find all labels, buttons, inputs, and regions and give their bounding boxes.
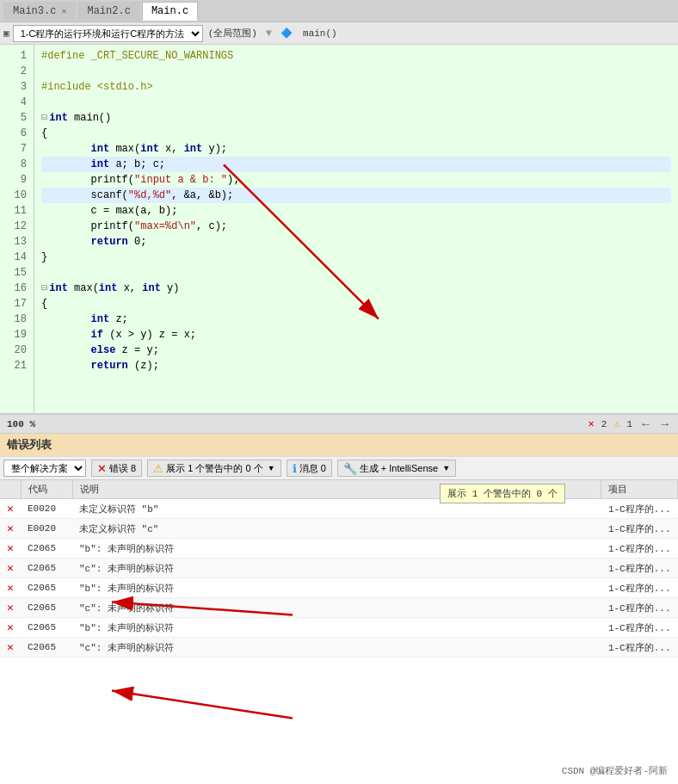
watermark: CSDN @编程爱好者-阿新: [562, 764, 668, 777]
error-icon: ✕: [97, 462, 107, 475]
svg-line-5: [112, 691, 293, 719]
warning-icon: ⚠: [153, 462, 163, 475]
error-table-body: ✕E0020未定义标识符 "b"1-C程序的...✕E0020未定义标识符 "c…: [0, 499, 678, 657]
code-line-14: }: [41, 250, 671, 265]
row-desc: "b": 未声明的标识符: [72, 618, 601, 638]
project-icon: ▣: [3, 28, 9, 39]
nav-left-btn[interactable]: ←: [639, 417, 651, 431]
tab-main[interactable]: Main.c: [142, 2, 198, 21]
project-select[interactable]: 1-C程序的运行环境和运行C程序的方法: [13, 25, 203, 42]
row-code: C2065: [21, 638, 72, 657]
code-line-6: {: [41, 126, 671, 141]
tab-main-label: Main.c: [151, 5, 188, 17]
row-code: C2065: [21, 598, 72, 618]
row-desc: "c": 未声明的标识符: [72, 598, 601, 618]
tab-main2[interactable]: Main2.c: [77, 2, 139, 21]
error-btn-label: 错误 8: [109, 462, 136, 475]
row-icon: ✕: [0, 559, 21, 578]
table-row[interactable]: ✕E0020未定义标识符 "b"1-C程序的...: [0, 499, 678, 519]
row-project: 1-C程序的...: [601, 598, 678, 618]
code-line-17: {: [41, 296, 671, 312]
build-dropdown-icon: ▼: [442, 464, 450, 472]
code-line-8: int a; b; c;: [41, 157, 671, 172]
row-code: C2065: [21, 618, 72, 638]
col-code: 代码: [21, 480, 72, 499]
tab-main3-label: Main3.c: [13, 5, 56, 17]
row-project: 1-C程序的...: [601, 618, 678, 638]
scope-label: (全局范围): [208, 27, 257, 40]
row-code: C2065: [21, 559, 72, 578]
code-line-16: ⊟int max(int x, int y): [41, 281, 671, 296]
row-icon: ✕: [0, 499, 21, 519]
row-icon: ✕: [0, 618, 21, 638]
row-icon: ✕: [0, 638, 21, 657]
code-line-13: return 0;: [41, 234, 671, 250]
warn-btn-wrapper: ⚠ 展示 1 个警告中的 0 个 ▼ 展示 1 个警告中的 0 个: [147, 460, 280, 477]
zoom-level: 100 %: [7, 419, 35, 429]
row-code: E0020: [21, 499, 72, 519]
row-project: 1-C程序的...: [601, 559, 678, 578]
table-row[interactable]: ✕C2065"b": 未声明的标识符1-C程序的...: [0, 539, 678, 559]
table-row[interactable]: ✕C2065"c": 未声明的标识符1-C程序的...: [0, 559, 678, 578]
table-row[interactable]: ✕C2065"c": 未声明的标识符1-C程序的...: [0, 598, 678, 618]
scope-select[interactable]: 整个解决方案: [3, 460, 86, 477]
code-line-4: [41, 95, 671, 110]
info-icon: ℹ: [293, 462, 297, 475]
code-line-21: return (z);: [41, 358, 671, 373]
row-desc: "c": 未声明的标识符: [72, 638, 601, 657]
row-icon: ✕: [0, 539, 21, 559]
table-header-row: 代码 说明 项目: [0, 480, 678, 499]
editor-area[interactable]: 12345 678910 1112131415 1617181920 21 #d…: [0, 45, 678, 415]
tab-bar: Main3.c ✕ Main2.c Main.c: [0, 0, 678, 22]
row-desc: 未定义标识符 "c": [72, 519, 601, 539]
row-code: C2065: [21, 539, 72, 559]
build-btn-label: 生成 + IntelliSense: [360, 462, 438, 475]
code-lines: #define _CRT_SECURE_NO_WARNINGS #include…: [34, 45, 678, 413]
warn-dropdown-icon: ▼: [268, 464, 275, 472]
error-table[interactable]: 代码 说明 项目 ✕E0020未定义标识符 "b"1-C程序的...✕E0020…: [0, 480, 678, 784]
tooltip-box: 展示 1 个警告中的 0 个: [440, 484, 565, 503]
row-icon: ✕: [0, 578, 21, 598]
error-count-icon: ✕: [589, 417, 595, 430]
row-project: 1-C程序的...: [601, 578, 678, 598]
warn-btn-label: 展示 1 个警告中的 0 个: [166, 462, 262, 475]
code-line-9: printf("input a & b: ");: [41, 172, 671, 188]
toolbar-divider1: ▼: [266, 28, 272, 40]
code-line-11: c = max(a, b);: [41, 203, 671, 219]
table-row[interactable]: ✕C2065"b": 未声明的标识符1-C程序的...: [0, 578, 678, 598]
error-filter-btn[interactable]: ✕ 错误 8: [91, 460, 142, 477]
code-line-15: [41, 265, 671, 281]
toolbar-strip: ▣ 1-C程序的运行环境和运行C程序的方法 (全局范围) ▼ 🔷 main(): [0, 22, 678, 45]
status-bar: 100 % ✕ 2 ⚠ 1 ← →: [0, 415, 678, 434]
code-line-3: #include <stdio.h>: [41, 79, 671, 95]
row-project: 1-C程序的...: [601, 638, 678, 657]
tab-main2-label: Main2.c: [87, 5, 130, 17]
code-line-1: #define _CRT_SECURE_NO_WARNINGS: [41, 48, 671, 64]
code-line-2: [41, 64, 671, 79]
row-desc: "b": 未声明的标识符: [72, 578, 601, 598]
tab-main3-close[interactable]: ✕: [61, 6, 66, 16]
row-code: E0020: [21, 519, 72, 539]
editor-wrapper: 12345 678910 1112131415 1617181920 21 #d…: [0, 45, 678, 415]
row-project: 1-C程序的...: [601, 539, 678, 559]
row-desc: "c": 未声明的标识符: [72, 559, 601, 578]
code-content: 12345 678910 1112131415 1617181920 21 #d…: [0, 45, 678, 413]
table-row[interactable]: ✕E0020未定义标识符 "c"1-C程序的...: [0, 519, 678, 539]
error-panel: 错误列表 整个解决方案 ✕ 错误 8 ⚠ 展示 1 个警告中的 0 个 ▼ 展示…: [0, 434, 678, 784]
nav-right-btn[interactable]: →: [659, 417, 671, 431]
warning-count: 1: [627, 419, 633, 429]
code-line-18: int z;: [41, 312, 671, 327]
build-filter-btn[interactable]: 🔧 生成 + IntelliSense ▼: [337, 460, 456, 477]
tab-main3[interactable]: Main3.c ✕: [3, 2, 76, 21]
info-filter-btn[interactable]: ℹ 消息 0: [287, 460, 332, 477]
table-row[interactable]: ✕C2065"b": 未声明的标识符1-C程序的...: [0, 618, 678, 638]
func-name-label: main(): [303, 28, 337, 39]
row-desc: "b": 未声明的标识符: [72, 539, 601, 559]
warning-filter-btn[interactable]: ⚠ 展示 1 个警告中的 0 个 ▼: [147, 460, 280, 477]
table-row[interactable]: ✕C2065"c": 未声明的标识符1-C程序的...: [0, 638, 678, 657]
error-panel-title: 错误列表: [0, 434, 678, 457]
error-count: 2: [601, 419, 607, 429]
error-toolbar: 整个解决方案 ✕ 错误 8 ⚠ 展示 1 个警告中的 0 个 ▼ 展示 1 个警…: [0, 457, 678, 480]
row-project: 1-C程序的...: [601, 499, 678, 519]
row-project: 1-C程序的...: [601, 519, 678, 539]
